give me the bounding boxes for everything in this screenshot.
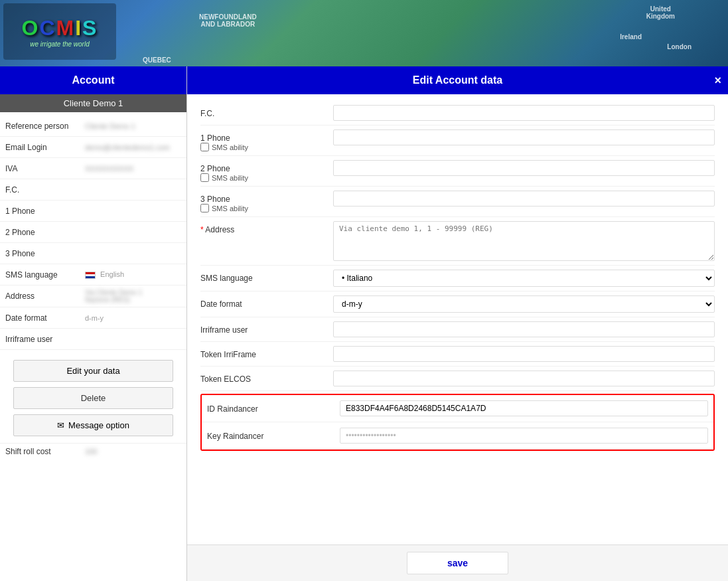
map-label-quebec: QUEBEC [143, 56, 171, 64]
message-option-label: Message option [68, 420, 129, 430]
field-date-format: Date format d-m-y [0, 307, 186, 329]
label-phone2-modal: 2 Phone SMS ability [200, 160, 333, 182]
form-row-key-raindancer: Key Raindancer [202, 422, 713, 450]
sms-checkbox-2[interactable] [200, 173, 209, 182]
sms-label-3: SMS ability [212, 205, 248, 212]
label-phone2: 2 Phone [5, 228, 85, 237]
label-token-irriframe: Token IrriFrame [200, 346, 333, 359]
label-fc: F.C. [5, 185, 85, 195]
field-sms-language: SMS language English [0, 264, 186, 286]
input-fc[interactable] [333, 105, 715, 121]
modal-header: Edit Account data × [187, 66, 728, 94]
label-reference-person: Reference person [5, 122, 85, 131]
input-token-irriframe[interactable] [333, 346, 715, 362]
main-area: Account Cliente Demo 1 Reference person … [0, 66, 728, 581]
edit-data-button[interactable]: Edit your data [13, 360, 173, 382]
form-row-fc: F.C. [200, 101, 715, 125]
field-phone3: 3 Phone [0, 243, 186, 264]
label-phone1-modal: 1 Phone SMS ability [200, 129, 333, 151]
field-address: Address Via Cliente Demo 1Nazione (REG) [0, 286, 186, 307]
input-phone1[interactable] [333, 129, 715, 145]
value-reference-person: Cliente Demo 1 [85, 122, 181, 130]
sms-checkbox-3[interactable] [200, 204, 209, 212]
sms-label-1: SMS ability [212, 143, 248, 151]
map-label-uk: UnitedKingdom [646, 5, 675, 20]
modal-close-button[interactable]: × [714, 74, 721, 88]
field-phone2: 2 Phone [0, 222, 186, 243]
form-row-token-elcos: Token ELCOS [200, 367, 715, 391]
input-address[interactable] [333, 221, 715, 261]
input-token-elcos[interactable] [333, 371, 715, 386]
account-fields: Reference person Cliente Demo 1 Email Lo… [0, 112, 186, 353]
left-panel: Account Cliente Demo 1 Reference person … [0, 66, 187, 581]
sms-label-2: SMS ability [212, 174, 248, 182]
label-id-raindancer: ID Raindancer [207, 400, 340, 414]
label-date-format-modal: Date format [200, 295, 333, 309]
flag-icon [85, 272, 96, 279]
label-shift-roll: Shift roll cost [5, 447, 85, 456]
input-id-raindancer[interactable] [340, 400, 708, 416]
value-address: Via Cliente Demo 1Nazione (REG) [85, 289, 181, 303]
value-date-format: d-m-y [85, 314, 181, 322]
sms-row-3: SMS ability [200, 204, 333, 212]
value-iva: XXXXXXXXXX [85, 165, 181, 173]
label-iva: IVA [5, 164, 85, 173]
envelope-icon: ✉ [57, 420, 64, 430]
logo-subtitle: we irrigate the world [30, 41, 89, 48]
left-panel-buttons: Edit your data Delete ✉ Message option [0, 353, 186, 443]
modal-title: Edit Account data [413, 74, 502, 86]
map-label-newfoundland: NEWFOUNDLANDAND LABRADOR [199, 13, 257, 28]
logo-text: OCMIS [22, 16, 98, 41]
save-button[interactable]: save [407, 552, 508, 574]
label-phone3: 3 Phone [5, 249, 85, 258]
value-sms-language: English [85, 270, 181, 279]
shift-roll-row: Shift roll cost 100 [0, 443, 186, 459]
label-address: Address [5, 291, 85, 301]
required-star: * [200, 225, 205, 234]
select-sms-language[interactable]: • Italiano • English • Spanish [333, 270, 715, 287]
map-label-ireland: Ireland [620, 33, 642, 41]
label-key-raindancer: Key Raindancer [207, 428, 340, 441]
sms-checkbox-1[interactable] [200, 143, 209, 151]
map-label-london: London [667, 43, 692, 50]
field-phone1: 1 Phone [0, 201, 186, 222]
form-row-date-format: Date format d-m-y m-d-y y-m-d [200, 291, 715, 317]
field-reference-person: Reference person Cliente Demo 1 [0, 116, 186, 137]
input-irriframe-user[interactable] [333, 321, 715, 337]
label-sms-language-modal: SMS language [200, 270, 333, 283]
field-iva: IVA XXXXXXXXXX [0, 158, 186, 179]
field-irriframe-user: Irriframe user [0, 329, 186, 350]
form-row-address: * Address [200, 217, 715, 266]
delete-button[interactable]: Delete [13, 387, 173, 409]
form-row-sms-language: SMS language • Italiano • English • Span… [200, 266, 715, 291]
label-email-login: Email Login [5, 143, 85, 152]
value-email-login: demo@clientedemo1.com [85, 143, 181, 151]
label-irriframe-user-modal: Irriframe user [200, 321, 333, 335]
sms-row-2: SMS ability [200, 173, 333, 182]
map-header: OCMIS we irrigate the world NEWFOUNDLAND… [0, 0, 728, 66]
form-row-id-raindancer: ID Raindancer [202, 395, 713, 422]
form-row-irriframe-user: Irriframe user [200, 317, 715, 342]
client-name-bar: Cliente Demo 1 [0, 94, 186, 112]
label-phone1: 1 Phone [5, 207, 85, 216]
label-phone3-modal: 3 Phone SMS ability [200, 191, 333, 212]
label-token-elcos: Token ELCOS [200, 371, 333, 384]
form-row-phone1: 1 Phone SMS ability [200, 125, 715, 156]
field-email-login: Email Login demo@clientedemo1.com [0, 137, 186, 158]
form-row-phone2: 2 Phone SMS ability [200, 156, 715, 187]
input-phone3[interactable] [333, 191, 715, 207]
select-date-format[interactable]: d-m-y m-d-y y-m-d [333, 295, 715, 313]
label-date-format: Date format [5, 313, 85, 323]
input-key-raindancer[interactable] [340, 428, 708, 444]
modal-body: F.C. 1 Phone SMS ability 2 Phone [187, 94, 728, 544]
form-row-token-irriframe: Token IrriFrame [200, 342, 715, 367]
modal-footer: save [187, 544, 728, 581]
value-shift-roll: 100 [85, 448, 181, 456]
message-option-button[interactable]: ✉ Message option [13, 414, 173, 436]
form-row-phone3: 3 Phone SMS ability [200, 187, 715, 217]
input-phone2[interactable] [333, 160, 715, 176]
edit-account-modal: Edit Account data × F.C. 1 Phone SMS abi… [187, 66, 728, 581]
sms-row-1: SMS ability [200, 143, 333, 151]
field-fc: F.C. [0, 179, 186, 201]
label-fc-modal: F.C. [200, 105, 333, 118]
